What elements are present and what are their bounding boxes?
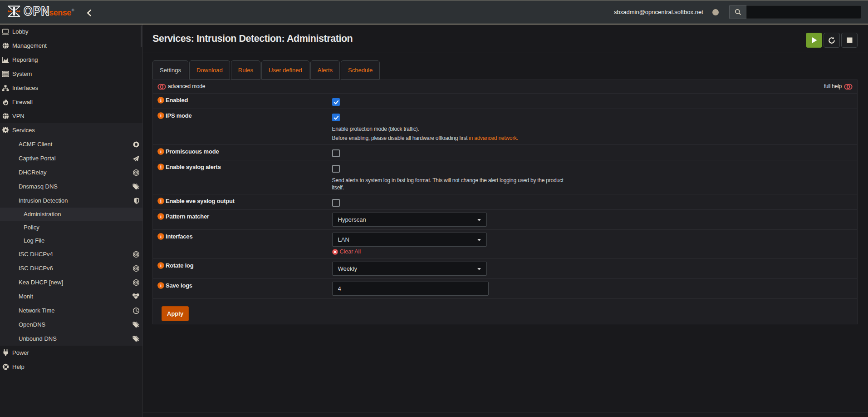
info-icon[interactable]: i [157,164,164,170]
info-icon[interactable]: i [157,112,164,119]
paper-plane-icon [132,155,139,162]
top-header: OPN sense ® sbxadmin@opncentral.softbox.… [0,0,868,25]
sidebar-item-power[interactable]: Power [0,346,142,360]
main-content: Services: Intrusion Detection: Administr… [143,25,868,417]
svg-text:i: i [160,213,162,219]
save-logs-input[interactable] [332,282,489,296]
svg-text:i: i [160,164,162,169]
enabled-checkbox[interactable] [332,98,340,106]
sidebar-item-monit[interactable]: Monit [0,289,142,303]
user-email[interactable]: sbxadmin@opncentral.softbox.net [614,9,703,15]
full-help-toggle[interactable]: full help [824,83,853,90]
sidebar-item-help[interactable]: Help [0,360,142,374]
sidebar-item-label: Kea DHCP [new] [19,279,63,286]
server-stack-icon [2,71,9,77]
sidebar-item-services[interactable]: Services [0,123,142,137]
sidebar-item-label: Interfaces [12,84,38,91]
advanced-mode-toggle[interactable]: advanced mode [157,83,205,90]
sidebar-item-isc-dhcpv6[interactable]: ISC DHCPv6 [0,261,142,275]
info-icon[interactable]: i [157,198,164,204]
brand-sense: sense [49,9,71,17]
setting-help-text: Send alerts to system log in fast log fo… [332,177,566,191]
svg-text:i: i [160,283,162,288]
enable-syslog-alerts-checkbox[interactable] [332,165,340,173]
start-service-button[interactable] [806,33,822,48]
sidebar-item-label: Captive Portal [19,155,56,162]
info-icon[interactable]: i [157,213,164,220]
rotate-log-select[interactable]: Weekly [332,262,487,276]
svg-text:i: i [160,149,162,154]
info-icon[interactable]: i [157,282,164,289]
sidebar-item-vpn[interactable]: VPN [0,109,142,123]
sidebar-item-opendns[interactable]: OpenDNS [0,318,142,332]
apply-button[interactable]: Apply [162,306,189,321]
caret-down-icon [477,219,481,221]
bullseye-icon [133,279,139,286]
bullseye-icon [133,251,139,258]
sidebar-item-administration[interactable]: Administration [0,208,142,221]
interfaces-select[interactable]: LAN [332,233,487,247]
help-link[interactable]: in advanced network. [469,135,518,141]
tags-icon [132,184,139,190]
info-icon[interactable]: i [157,262,164,269]
clock-icon [133,308,139,314]
setting-label: Promiscuous mode [166,148,219,155]
stop-service-button[interactable] [841,33,858,48]
page-head: Services: Intrusion Detection: Administr… [143,25,868,53]
clear-all-button[interactable]: Clear All [332,248,361,256]
search-input[interactable] [746,5,861,19]
sidebar-item-firewall[interactable]: Firewall [0,95,142,109]
opnsense-logo[interactable]: OPN sense ® [7,5,74,18]
promiscuous-mode-checkbox[interactable] [332,149,340,157]
tab-alerts[interactable]: Alerts [310,60,340,79]
setting-help-text: Enable protection mode (block traffic). [332,125,566,133]
sidebar-item-lobby[interactable]: Lobby [0,25,142,39]
info-icon[interactable]: i [157,97,164,104]
certificate-icon [133,141,139,148]
sidebar-item-interfaces[interactable]: Interfaces [0,81,142,95]
footer-divider [143,412,868,412]
setting-row-enable-eve-syslog-output: iEnable eve syslog output [153,194,858,210]
tab-user-defined[interactable]: User defined [261,60,309,79]
sidebar-item-management[interactable]: Management [0,39,142,53]
info-icon[interactable]: i [157,233,164,240]
tab-rules[interactable]: Rules [231,60,260,79]
settings-table: advanced mode full help iEna [152,79,858,324]
setting-help-text: Before enabling, please disable all hard… [332,134,566,142]
enable-eve-syslog-output-checkbox[interactable] [332,199,340,207]
bullseye-icon [133,265,139,272]
sidebar-item-acme-client[interactable]: ACME Client [0,137,142,151]
pattern-matcher-select[interactable]: Hyperscan [332,213,487,227]
tab-settings[interactable]: Settings [152,60,188,79]
restart-service-button[interactable] [824,33,840,48]
sidebar-item-reporting[interactable]: Reporting [0,53,142,67]
globe-icon [2,42,9,49]
sidebar-item-dhcrelay[interactable]: DHCRelay [0,165,142,179]
apply-row: Apply [153,299,858,324]
sidebar-item-policy[interactable]: Policy [0,221,142,234]
ips-mode-checkbox[interactable] [332,114,340,121]
sidebar-scrollbar[interactable] [141,25,142,47]
setting-row-save-logs: iSave logs [153,279,858,299]
sidebar-item-kea-dhcp-new[interactable]: Kea DHCP [new] [0,275,142,289]
sidebar-item-log-file[interactable]: Log File [0,234,142,247]
desktop-icon [2,29,9,35]
sidebar-item-label: Lobby [12,28,28,35]
sidebar-item-intrusion-detection[interactable]: Intrusion Detection [0,194,142,208]
sidebar-item-dnsmasq-dns[interactable]: Dnsmasq DNS [0,179,142,194]
sidebar-item-captive-portal[interactable]: Captive Portal [0,151,142,165]
sidebar-item-label: Management [12,42,47,49]
sidebar-item-label: Power [12,349,29,356]
sidebar-item-network-time[interactable]: Network Time [0,303,142,318]
sidebar-collapse-icon[interactable] [86,9,92,17]
toggle-icon [844,84,853,90]
sidebar-item-isc-dhcpv4[interactable]: ISC DHCPv4 [0,247,142,261]
sidebar-item-unbound-dns[interactable]: Unbound DNS [0,332,142,346]
setting-label: Pattern matcher [166,213,209,220]
full-help-label: full help [824,83,842,90]
info-icon[interactable]: i [157,148,164,155]
sidebar-item-system[interactable]: System [0,67,142,81]
sidebar-item-label: Services [12,127,35,134]
tab-schedule[interactable]: Schedule [341,60,380,79]
tab-download[interactable]: Download [189,60,230,79]
